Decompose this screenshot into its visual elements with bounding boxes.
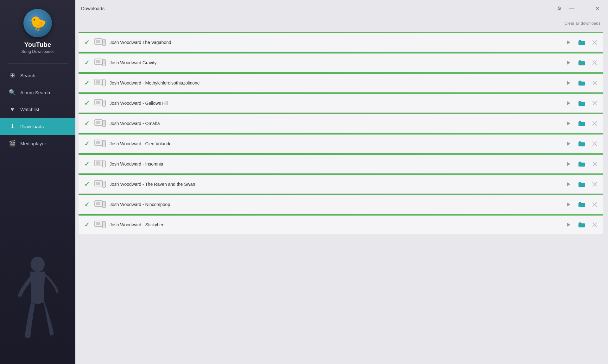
sidebar-item-downloads[interactable]: ⬇ Downloads [0, 118, 75, 135]
open-folder-button[interactable] [577, 180, 586, 188]
play-button[interactable] [564, 79, 573, 87]
svg-rect-22 [96, 80, 100, 84]
media-type-icon [94, 200, 106, 209]
svg-rect-42 [96, 121, 100, 124]
sidebar-item-mediaplayer[interactable]: 🎬 Mediaplayer [0, 135, 75, 152]
svg-marker-38 [567, 101, 570, 105]
remove-button[interactable] [591, 221, 598, 229]
open-folder-button[interactable] [577, 38, 586, 47]
download-item: ✓ Josh Woodward - Nincompoop [79, 194, 603, 214]
svg-marker-78 [567, 182, 570, 186]
play-button[interactable] [564, 200, 573, 209]
download-item: ✓ Josh Woodward - Insomnia [79, 153, 603, 173]
remove-button[interactable] [591, 120, 598, 127]
open-folder-button[interactable] [577, 59, 586, 67]
item-actions [564, 221, 598, 229]
mediaplayer-icon: 🎬 [9, 140, 16, 147]
media-type-icon [94, 180, 106, 188]
item-actions [564, 38, 598, 47]
open-folder-button[interactable] [577, 140, 586, 148]
play-button[interactable] [564, 38, 573, 47]
complete-icon: ✓ [83, 99, 91, 107]
svg-rect-62 [96, 161, 100, 165]
downloads-list: ✓ Josh Woodward The Vagabond [79, 32, 603, 234]
sidebar-item-watchlist-label: Watchlist [20, 107, 39, 112]
app-logo: 🐤 [23, 9, 52, 37]
svg-marker-48 [567, 122, 570, 125]
open-folder-button[interactable] [577, 99, 586, 107]
svg-marker-98 [567, 223, 570, 227]
play-button[interactable] [564, 180, 573, 188]
media-type-icon [94, 99, 106, 107]
item-actions [564, 200, 598, 209]
download-item: ✓ Josh Woodward - The Raven and the Swan [79, 173, 603, 194]
app-title: YouTube [24, 41, 51, 48]
svg-marker-18 [567, 61, 570, 65]
item-actions [564, 99, 598, 107]
sidebar-item-watchlist[interactable]: ♥ Watchlist [0, 101, 75, 118]
remove-button[interactable] [591, 180, 598, 188]
open-folder-button[interactable] [577, 160, 586, 168]
complete-icon: ✓ [83, 180, 91, 188]
remove-button[interactable] [591, 79, 598, 87]
play-button[interactable] [564, 119, 573, 128]
sidebar-item-mediaplayer-label: Mediaplayer [20, 141, 46, 146]
sidebar-item-album-search[interactable]: 🔍 Album Search [0, 84, 75, 101]
download-item: ✓ Josh Woodward - Stickybee [79, 214, 603, 234]
track-title: Josh Woodward - Insomnia [110, 161, 560, 166]
album-search-icon: 🔍 [9, 89, 16, 96]
download-item: ✓ Josh Woodward - Cien Volando [79, 133, 603, 153]
svg-rect-32 [96, 101, 100, 104]
open-folder-button[interactable] [577, 119, 586, 128]
sidebar-silhouette [0, 244, 75, 364]
minimize-button[interactable]: — [567, 3, 577, 14]
download-item: ✓ Josh Woodward - Omaha [79, 113, 603, 133]
svg-rect-52 [96, 141, 100, 144]
watchlist-icon: ♥ [9, 106, 16, 113]
complete-icon: ✓ [83, 39, 91, 46]
svg-marker-28 [567, 81, 570, 85]
item-actions [564, 119, 598, 128]
play-button[interactable] [564, 221, 573, 229]
close-button[interactable]: ✕ [592, 3, 602, 14]
maximize-button[interactable]: □ [580, 3, 590, 14]
svg-rect-72 [96, 182, 100, 185]
remove-button[interactable] [591, 160, 598, 168]
sidebar-item-search[interactable]: ⊞ Search [0, 67, 75, 84]
content-area: Clear all downloads ✓ Josh Woodward The … [75, 17, 608, 364]
complete-icon: ✓ [83, 140, 91, 147]
svg-rect-82 [96, 202, 100, 205]
play-button[interactable] [564, 140, 573, 148]
media-type-icon [94, 140, 106, 148]
window-title: Downloads [81, 6, 104, 11]
svg-rect-12 [96, 60, 100, 63]
svg-point-0 [31, 257, 45, 272]
remove-button[interactable] [591, 99, 598, 107]
logo-area: 🐤 YouTube Song Downloader [0, 0, 75, 60]
remove-button[interactable] [591, 39, 598, 46]
nav-divider [8, 63, 68, 64]
play-button[interactable] [564, 99, 573, 107]
open-folder-button[interactable] [577, 200, 586, 209]
track-title: Josh Woodward - Gallows Hill [110, 101, 560, 106]
app-subtitle: Song Downloader [21, 49, 54, 54]
media-type-icon [94, 38, 106, 47]
track-title: Josh Woodward The Vagabond [110, 40, 560, 45]
item-actions [564, 140, 598, 148]
open-folder-button[interactable] [577, 79, 586, 87]
media-type-icon [94, 221, 106, 229]
remove-button[interactable] [591, 59, 598, 66]
play-button[interactable] [564, 160, 573, 168]
item-actions [564, 79, 598, 87]
svg-marker-68 [567, 162, 570, 166]
media-type-icon [94, 119, 106, 128]
open-folder-button[interactable] [577, 221, 586, 229]
play-button[interactable] [564, 59, 573, 67]
svg-marker-88 [567, 203, 570, 206]
remove-button[interactable] [591, 201, 598, 208]
settings-button[interactable]: ⚙ [554, 3, 564, 14]
track-title: Josh Woodward - Methylchloroisothiazolin… [110, 80, 560, 85]
remove-button[interactable] [591, 140, 598, 147]
download-item: ✓ Josh Woodward - Methylchloroisothiazol… [79, 72, 603, 92]
clear-all-button[interactable]: Clear all downloads [565, 21, 600, 26]
